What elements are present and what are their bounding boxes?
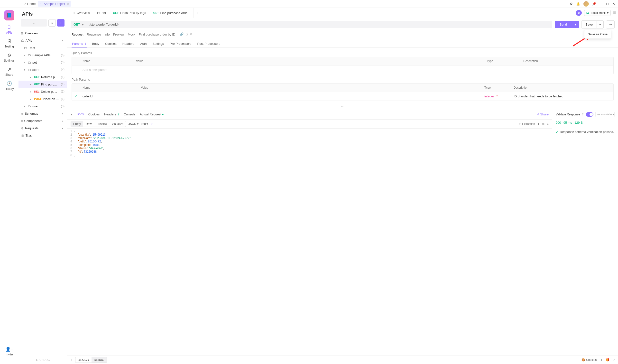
- save-dropdown[interactable]: ▾: [597, 20, 604, 28]
- param-tab-headers[interactable]: Headers: [122, 40, 135, 48]
- filter-button[interactable]: ▽: [49, 19, 56, 26]
- tab-find-purchase[interactable]: GET Find purchase orde...: [150, 8, 194, 18]
- check-icon[interactable]: ✓: [72, 92, 80, 101]
- link-icon[interactable]: 🔗: [180, 32, 183, 36]
- app-logo[interactable]: 📘: [4, 10, 14, 20]
- new-param-placeholder[interactable]: Add a new param: [80, 65, 134, 74]
- collapse-left-icon[interactable]: «: [71, 358, 72, 362]
- rail-invite[interactable]: 👤+ Invite: [5, 347, 13, 356]
- more-button[interactable]: ⋯: [606, 20, 615, 28]
- search-icon[interactable]: ⌕: [547, 122, 549, 126]
- bc-info[interactable]: Info: [104, 33, 110, 36]
- download-icon[interactable]: ⬇: [537, 122, 540, 126]
- upload-icon[interactable]: ⬆: [600, 358, 602, 362]
- maximize-icon[interactable]: ▢: [606, 2, 609, 6]
- share-button[interactable]: ↗ Share: [537, 113, 549, 116]
- param-name[interactable]: orderId: [80, 92, 139, 101]
- search-input[interactable]: ⌕: [21, 19, 47, 26]
- mode-debug[interactable]: DEBUG: [91, 357, 107, 363]
- save-as-case-menu[interactable]: Save as Case: [584, 30, 611, 39]
- bc-request[interactable]: Request: [72, 33, 83, 36]
- tree-apis-root[interactable]: 🗀 APIs ▸: [18, 37, 67, 44]
- copy-icon[interactable]: ⧉: [542, 122, 544, 126]
- param-value[interactable]: [139, 92, 482, 101]
- tree-user[interactable]: ▸ 🗀 user (8): [18, 103, 67, 110]
- schema-select[interactable]: successful oper... ▾: [595, 112, 615, 117]
- format-dropdown[interactable]: JSON ▾: [129, 122, 139, 126]
- bell-icon[interactable]: 🔔: [576, 2, 580, 6]
- gift-icon[interactable]: 🎁: [606, 358, 609, 362]
- tree-item-find-purchase[interactable]: ▸ GET Find purc... (1): [18, 81, 67, 88]
- response-body-code[interactable]: 1{ 2 "quantity": -15499913, 3 "shipDate"…: [67, 129, 552, 355]
- resp-tab-actual[interactable]: Actual Request •: [140, 112, 164, 117]
- home-link[interactable]: ⌂ Home: [24, 2, 36, 6]
- tree-item-delete[interactable]: ▸ DEL Delete pu... (1): [18, 88, 67, 95]
- tab-add[interactable]: +: [194, 8, 201, 18]
- send-button[interactable]: Send: [555, 21, 572, 28]
- rail-apis[interactable]: 🗓 APIs: [6, 25, 12, 34]
- tab-finds-pets[interactable]: GET Finds Pets by tags: [110, 8, 150, 18]
- mode-preview[interactable]: Preview: [94, 121, 109, 127]
- param-tab-cookies[interactable]: Cookies: [105, 40, 117, 48]
- tree-components[interactable]: ≡ Components ▸: [18, 117, 67, 124]
- tree-requests[interactable]: ⊕ Requests ▸: [18, 124, 67, 132]
- send-dropdown[interactable]: ▾: [572, 21, 579, 28]
- close-icon[interactable]: ✕: [67, 2, 69, 6]
- menu-icon[interactable]: ☰: [613, 11, 616, 15]
- env-dropdown[interactable]: Lo Local Mock ▾: [584, 10, 611, 16]
- mode-design[interactable]: DESIGN: [76, 357, 91, 363]
- method-dropdown[interactable]: GET ▾: [71, 21, 87, 28]
- gear-icon[interactable]: ⚙: [570, 2, 573, 6]
- path-param-row[interactable]: ✓ orderId integer * ID of order that nee…: [72, 92, 613, 101]
- help-icon[interactable]: ?: [582, 113, 584, 116]
- url-input[interactable]: /store/order/{orderId}: [87, 21, 552, 28]
- query-param-row-new[interactable]: Add a new param: [72, 65, 613, 74]
- bc-preview[interactable]: Preview: [113, 33, 124, 36]
- param-tab-body[interactable]: Body: [91, 40, 100, 48]
- tab-pet[interactable]: 🗀 pet: [93, 8, 110, 18]
- tree-store[interactable]: ▾ 🗀 store (4): [18, 66, 67, 73]
- mode-raw[interactable]: Raw: [83, 121, 94, 127]
- bc-response[interactable]: Response: [87, 33, 101, 36]
- bc-mock[interactable]: Mock: [128, 33, 135, 36]
- rail-history[interactable]: 🕓 History: [5, 81, 14, 91]
- param-tab-auth[interactable]: Auth: [140, 40, 147, 48]
- rail-testing[interactable]: 🗄 Testing: [5, 39, 14, 48]
- minimize-icon[interactable]: —: [600, 2, 603, 6]
- mode-pretty[interactable]: Pretty: [71, 121, 83, 127]
- param-tab-settings[interactable]: Settings: [152, 40, 165, 48]
- resp-tab-body[interactable]: Body: [77, 111, 84, 117]
- code-icon[interactable]: ⟨⟩: [185, 32, 188, 36]
- tree-item-place-order[interactable]: ▸ POST Place an o... (1): [18, 95, 67, 103]
- tree-pet[interactable]: ▸ 🗀 pet (3): [18, 59, 67, 66]
- param-tab-post[interactable]: Post Processors: [197, 40, 221, 48]
- encoding-dropdown[interactable]: utf8 ▾: [141, 122, 148, 126]
- collapse-icon[interactable]: ▾: [71, 113, 72, 116]
- extraction-button[interactable]: ⊡ Extraction: [519, 122, 535, 126]
- cookies-link[interactable]: 🍪 Cookies: [581, 358, 597, 362]
- validate-toggle[interactable]: [586, 112, 593, 117]
- resp-tab-headers[interactable]: Headers 7: [104, 112, 119, 117]
- tree-overview[interactable]: ⊞ Overview: [18, 29, 67, 37]
- tree-sample-apis[interactable]: ▸ 🗀 Sample APIs (5): [18, 51, 67, 59]
- tree-item-returns[interactable]: ▸ GET Returns p... (1): [18, 73, 67, 81]
- rail-share[interactable]: ↗ Share: [5, 67, 13, 77]
- add-button[interactable]: +: [57, 19, 64, 26]
- tab-overview[interactable]: ⊞ Overview: [69, 8, 93, 18]
- tab-more[interactable]: ⋯: [201, 8, 209, 18]
- help-icon[interactable]: ?: [613, 358, 615, 362]
- mode-visualize[interactable]: Visualize: [109, 121, 126, 127]
- close-window-icon[interactable]: ✕: [612, 2, 615, 6]
- wrap-icon[interactable]: ⤶: [150, 122, 153, 126]
- param-tab-params[interactable]: Params 1: [72, 40, 87, 48]
- copy-icon[interactable]: ⧉: [190, 32, 192, 36]
- tree-root[interactable]: 🗀 Root: [18, 44, 67, 51]
- resp-tab-cookies[interactable]: Cookies: [88, 112, 100, 117]
- resp-tab-console[interactable]: Console: [124, 112, 136, 117]
- tree-schemas[interactable]: ◈ Schemas ▸: [18, 110, 67, 117]
- project-tab[interactable]: ◷ Sample Project ✕: [38, 1, 71, 7]
- save-button[interactable]: Save: [581, 20, 597, 28]
- param-tab-pre[interactable]: Pre Processors: [169, 40, 192, 48]
- sync-button[interactable]: ↻: [576, 10, 582, 16]
- avatar[interactable]: [583, 1, 589, 7]
